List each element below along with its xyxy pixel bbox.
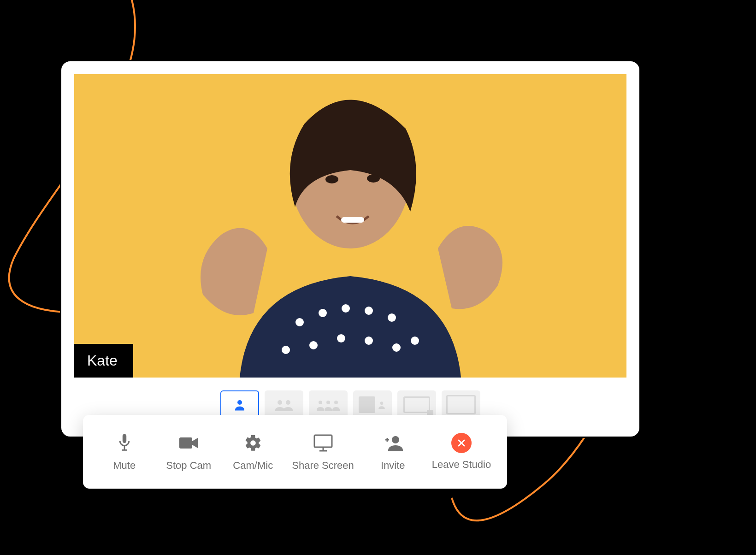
svg-point-7 (337, 334, 345, 342)
person-small-icon (377, 400, 386, 410)
cam-mic-button[interactable]: Cam/Mic (228, 432, 278, 472)
svg-point-2 (319, 309, 327, 317)
stop-cam-label: Stop Cam (166, 460, 211, 472)
svg-point-4 (365, 307, 373, 315)
share-screen-label: Share Screen (292, 460, 354, 472)
microphone-icon (113, 432, 136, 454)
svg-point-11 (411, 337, 419, 345)
leave-label: Leave Studio (432, 459, 491, 471)
svg-rect-22 (123, 434, 126, 443)
svg-point-1 (295, 318, 304, 326)
svg-point-29 (392, 436, 399, 443)
share-screen-button[interactable]: Share Screen (292, 432, 354, 472)
svg-point-15 (237, 400, 242, 405)
svg-rect-26 (314, 435, 332, 447)
add-person-icon (382, 432, 404, 454)
svg-point-18 (319, 401, 322, 404)
gear-icon (242, 432, 264, 454)
leave-studio-button[interactable]: Leave Studio (432, 433, 491, 471)
svg-point-6 (309, 341, 318, 349)
svg-rect-14 (341, 217, 364, 223)
svg-point-13 (367, 174, 380, 183)
participant-name-tag: Kate (74, 344, 133, 378)
svg-point-9 (392, 343, 401, 352)
svg-rect-25 (179, 437, 192, 449)
video-feed: Kate (74, 74, 626, 378)
camera-icon (177, 432, 200, 454)
svg-point-10 (282, 346, 290, 354)
participant-name: Kate (87, 352, 118, 369)
participant-video-placeholder (148, 83, 553, 378)
svg-point-8 (365, 337, 373, 345)
svg-point-21 (380, 401, 384, 405)
svg-point-5 (388, 313, 396, 322)
mute-label: Mute (113, 460, 136, 472)
svg-point-20 (334, 401, 338, 404)
invite-button[interactable]: Invite (367, 432, 418, 472)
svg-point-16 (278, 400, 282, 405)
cam-mic-label: Cam/Mic (233, 460, 273, 472)
svg-point-3 (342, 304, 350, 313)
stop-cam-button[interactable]: Stop Cam (163, 432, 214, 472)
control-bar: Mute Stop Cam Cam/Mic Share Screen Invit… (83, 415, 507, 489)
svg-point-17 (286, 400, 290, 405)
people-two-icon (274, 398, 294, 411)
invite-label: Invite (381, 460, 405, 472)
mute-button[interactable]: Mute (99, 432, 150, 472)
video-window: Kate (60, 60, 641, 438)
svg-point-12 (325, 175, 338, 183)
monitor-icon (312, 432, 334, 454)
svg-point-19 (326, 401, 330, 404)
close-icon (451, 433, 472, 453)
people-three-icon (315, 399, 341, 411)
person-icon (233, 398, 247, 412)
